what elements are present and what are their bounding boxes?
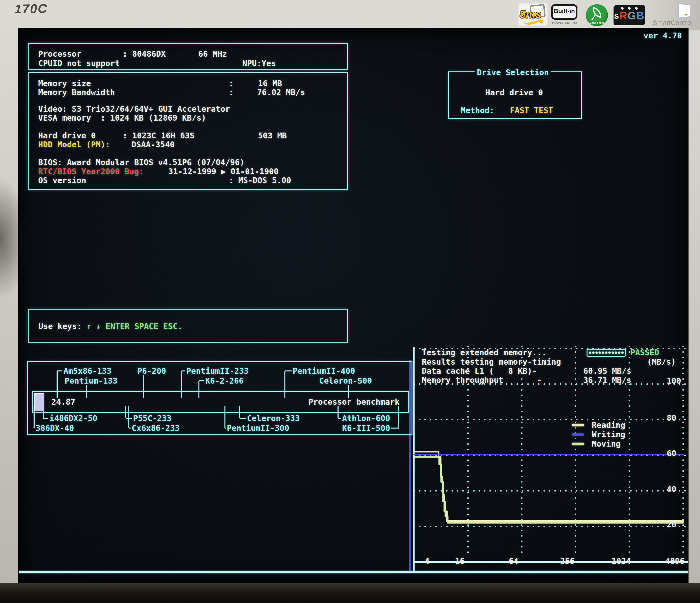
benchmark-cpu-label: P55C-233 xyxy=(133,414,172,423)
memtest-progress-bar xyxy=(586,349,626,357)
benchmark-cpu-label: Athlon-600 xyxy=(342,414,390,423)
system-info-text: 31-12-1999 ▶ 01-01-1900 xyxy=(168,167,279,176)
system-info-text: HDD Model (PM): xyxy=(38,140,110,149)
x-axis-tick-label: 16 xyxy=(455,556,465,566)
system-info-text: 76.02 MB/s xyxy=(257,87,305,97)
lead-free-logo: Lead Free! xyxy=(586,4,608,26)
system-info-text: 16 MB xyxy=(258,79,282,88)
legend-swatch-writing xyxy=(572,434,584,436)
system-info-text: 503 MB xyxy=(258,131,287,140)
keys-help-text: Use keys: ↑ ↓ ENTER SPACE ESC. xyxy=(39,321,182,331)
x-axis-tick-label: 4 xyxy=(425,556,429,566)
memtest-throughput-label: Memory throughput - xyxy=(422,375,542,385)
benchmark-cpu-label: K6-III-500 xyxy=(342,423,390,433)
system-info-text: DSAA-3540 xyxy=(131,140,175,149)
memtest-passed-badge: PASSED xyxy=(630,348,659,357)
benchmark-cpu-label: i486DX2-50 xyxy=(49,414,98,423)
benchmark-cpu-label: PentiumII-300 xyxy=(227,423,289,433)
legend-label-reading: Reading xyxy=(592,420,625,430)
benchmark-cpu-label: Am5x86-133 xyxy=(64,366,111,376)
system-info-text: 66 MHz xyxy=(198,49,227,58)
monitor-frame: 170C 8ms Built-in POWERSUPPLY Lead Free!… xyxy=(0,0,700,603)
system-info-text: : xyxy=(229,87,233,97)
y-axis-tick-label: 60 xyxy=(667,449,676,458)
system-info-text: Video: S3 Trio32/64/64V+ GUI Accelerator xyxy=(38,104,230,113)
x-axis-tick-label: 256 xyxy=(560,556,574,566)
leaf-icon xyxy=(591,7,602,18)
benchmark-cpu-label: K6-2-266 xyxy=(205,376,244,386)
x-axis-tick-label: 4096 xyxy=(665,556,684,566)
monitor-model-label: 170C xyxy=(14,1,48,16)
drive-selection-title: Drive Selection xyxy=(475,68,551,77)
memtest-results-line: Results testing memory-timing xyxy=(422,357,561,366)
memtest-unit: (MB/s) xyxy=(647,357,676,366)
crt-screen: ver 4.78 Processor: 80486DX66 MHzCPUID n… xyxy=(18,28,689,583)
system-info-text: Hard drive 0 xyxy=(38,131,96,140)
program-version: ver 4.78 xyxy=(644,31,682,40)
system-info-text: CPUID not support xyxy=(38,58,120,68)
system-info-text: Processor xyxy=(38,49,81,58)
memtest-throughput-value: 36.71 MB/s xyxy=(583,375,631,385)
benchmark-cpu-label: PentiumII-233 xyxy=(186,366,249,376)
drive-selection-current-drive[interactable]: Hard drive 0 xyxy=(485,88,543,97)
benchmark-cpu-label: Cx6x86-233 xyxy=(132,423,180,433)
keys-list: ↑ ↓ ENTER SPACE ESC. xyxy=(86,321,182,331)
benchmark-cpu-label: Pentium-133 xyxy=(65,376,118,386)
system-info-text: VESA memory : 1024 KB (12869 KB/s) xyxy=(38,113,206,123)
benchmark-score: 24.87 xyxy=(51,397,75,407)
bezel-bottom xyxy=(0,583,700,603)
benchmark-score-marker xyxy=(34,393,44,411)
system-info-text: Memory size xyxy=(38,79,91,88)
system-info-text: OS version xyxy=(38,176,86,185)
benchmark-cpu-label: Celeron-500 xyxy=(319,376,372,386)
system-info-text: : 80486DX xyxy=(123,49,166,58)
benchmark-cpu-label: Celeron-333 xyxy=(247,414,300,423)
x-axis-tick-label: 64 xyxy=(509,556,518,566)
legend-label-moving: Moving xyxy=(592,439,621,448)
benchmark-cpu-label: 386DX-40 xyxy=(35,423,74,433)
keys-help-box: Use keys: ↑ ↓ ENTER SPACE ESC. xyxy=(28,309,348,343)
system-info-text: : xyxy=(229,79,233,88)
memtest-l1-label: Data cache L1 ( 8 KB)- xyxy=(422,366,537,376)
system-info-text: NPU:Yes xyxy=(242,58,276,68)
drive-selection-method-label: Method: xyxy=(461,106,494,115)
legend-label-writing: Writing xyxy=(592,430,625,439)
system-info-text: BIOS: Award Modular BIOS v4.51PG (07/04/… xyxy=(38,158,245,167)
memtest-status-line: Testing extended memory... xyxy=(422,348,547,357)
y-axis-tick-label: 20 xyxy=(667,520,676,529)
x-axis-tick-label: 1024 xyxy=(611,556,631,566)
response-time-8ms-logo: 8ms xyxy=(518,3,548,26)
drive-selection-method-value[interactable]: FAST TEST xyxy=(510,106,553,115)
system-info-text: : MS-DOS 5.00 xyxy=(229,176,291,185)
builtin-power-supply-logo: Built-in POWERSUPPLY xyxy=(551,3,579,27)
smartcontrol-cursor-icon: ▸ xyxy=(685,11,688,17)
benchmark-cpu-label: P6-200 xyxy=(137,366,166,376)
system-info-text: Memory Bandwidth xyxy=(38,87,115,97)
benchmark-title: Processor benchmark xyxy=(308,397,400,407)
y-axis-label-100: 100 xyxy=(667,376,681,386)
screen-bottom-divider xyxy=(19,571,688,573)
memtest-l1-value: 60.95 MB/s xyxy=(583,366,631,376)
y-axis-tick-label: 40 xyxy=(667,484,676,494)
system-info-text: : 1023C 16H 63S xyxy=(123,131,195,140)
system-info-text: RTC/BIOS Year2000 Bug: xyxy=(38,167,144,176)
legend-swatch-moving xyxy=(572,443,584,445)
smartcontrol-logo: ▸ SmartControl xyxy=(649,2,696,28)
srgb-logo: sRGB xyxy=(614,5,645,25)
benchmark-cpu-label: PentiumII-400 xyxy=(293,366,355,376)
y-axis-tick-label: 80 xyxy=(667,413,676,422)
smartcontrol-window-icon xyxy=(678,3,691,19)
drive-selection-box: Drive Selection Hard drive 0 Method: FAS… xyxy=(448,72,582,119)
legend-swatch-reading xyxy=(572,424,584,426)
bezel-shadow xyxy=(0,178,30,300)
